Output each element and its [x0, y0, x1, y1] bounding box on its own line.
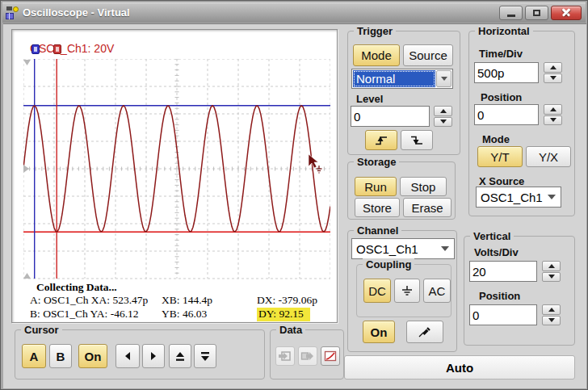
waveform-svg [23, 59, 330, 279]
triangle-down-icon [550, 76, 556, 80]
trigger-mode-selected: Normal [353, 70, 435, 87]
xsource-dropdown[interactable]: OSC1_Ch1 [476, 187, 561, 208]
spin-down-button[interactable] [542, 272, 561, 283]
probe-icon [417, 325, 433, 338]
trigger-source-button[interactable]: Source [403, 44, 453, 66]
v-position-input[interactable] [469, 304, 537, 325]
storage-group-title: Storage [354, 156, 399, 168]
probe-button[interactable] [406, 321, 443, 343]
triangle-up-icon [440, 109, 447, 113]
cursor-group-title: Cursor [21, 324, 62, 336]
trigger-level-label: Level [356, 93, 383, 105]
voltsdiv-spinner [542, 261, 561, 282]
storage-run-button[interactable]: Run [355, 177, 397, 196]
spin-up-button[interactable] [542, 261, 561, 271]
arrow-left-icon [124, 351, 132, 361]
cursor-left-button[interactable] [116, 344, 140, 368]
voltsdiv-input[interactable] [469, 261, 537, 282]
trace-label: OSC1_Ch1: 20V [30, 42, 114, 55]
cursor-group: Cursor A B On [15, 329, 265, 380]
app-icon [6, 6, 20, 19]
trigger-group-title: Trigger [354, 25, 396, 37]
marker-bottom [23, 273, 31, 279]
readout-row-a: A: OSC1_Ch XA: 523.47p XB: 144.4p DX: -3… [12, 294, 337, 307]
spin-down-button[interactable] [544, 73, 562, 84]
cursor-a-button[interactable]: A [22, 344, 46, 368]
triangle-up-icon [550, 107, 556, 111]
cursor-on-button[interactable]: On [78, 344, 107, 368]
chevron-down-icon [441, 77, 447, 81]
spin-up-button[interactable] [434, 106, 452, 116]
mode-yx-button[interactable]: Y/X [526, 146, 571, 167]
storage-group: Storage Run Stop Store Erase [347, 161, 456, 220]
spin-down-button[interactable] [544, 115, 562, 126]
title-bar[interactable]: Oscilloscope - Virtual [2, 2, 586, 23]
storage-erase-button[interactable]: Erase [403, 198, 452, 217]
cursor-right-button[interactable] [142, 344, 165, 368]
horizontal-group-title: Horizontal [475, 25, 533, 37]
cursor-b-button[interactable]: B [49, 344, 72, 368]
waveform-plot[interactable] [23, 59, 330, 279]
channel-on-button[interactable]: On [363, 321, 395, 343]
cursor-top-button[interactable] [169, 344, 191, 368]
coupling-dc-button[interactable]: DC [363, 279, 391, 303]
coupling-ac-button[interactable]: AC [423, 279, 451, 303]
acquisition-status: Collecting Data... [36, 281, 117, 294]
eject-up-icon [174, 351, 186, 362]
channel-selected-value: OSC1_Ch1 [356, 242, 418, 256]
xsource-label: X Source [479, 175, 524, 187]
trigger-rising-edge-button[interactable] [365, 130, 397, 150]
v-position-spinner [542, 304, 561, 325]
close-button[interactable] [551, 6, 582, 20]
chevron-down-icon [548, 195, 556, 199]
xsource-selected-value: OSC1_Ch1 [481, 191, 543, 204]
trigger-level-spinner [434, 106, 452, 127]
triangle-up-icon [550, 65, 556, 69]
data-graph-button[interactable] [321, 346, 340, 366]
cursor-bottom-button[interactable] [194, 344, 216, 368]
spin-up-button[interactable] [544, 104, 562, 115]
data-import-button[interactable] [275, 346, 295, 366]
triangle-down-icon [548, 275, 555, 279]
v-position-label: Position [479, 290, 520, 302]
arrow-right-icon [149, 351, 158, 361]
triangle-up-icon [548, 308, 555, 312]
storage-store-button[interactable]: Store [355, 198, 400, 217]
restore-icon [533, 10, 540, 16]
restore-button[interactable] [525, 6, 548, 20]
timediv-label: Time/Div [479, 48, 523, 60]
channel-group: Channel OSC1_Ch1 Coupling DC AC [347, 230, 457, 352]
window-title: Oscilloscope - Virtual [23, 6, 130, 19]
coupling-ground-button[interactable] [394, 279, 420, 303]
storage-stop-button[interactable]: Stop [400, 177, 447, 196]
data-export-button[interactable] [298, 346, 317, 366]
spin-up-button[interactable] [544, 62, 562, 73]
minimize-icon [507, 15, 515, 17]
h-mode-label: Mode [482, 133, 510, 145]
triangle-down-icon [440, 120, 447, 124]
channel-select-dropdown[interactable]: OSC1_Ch1 [351, 238, 455, 259]
voltsdiv-label: Volts/Div [474, 246, 519, 258]
trigger-mode-button[interactable]: Mode [353, 44, 400, 66]
mouse-pointer-icon [309, 154, 322, 173]
h-position-label: Position [481, 91, 522, 103]
dialog-client-area: OSC1_Ch1: 20V Collecting Data... A: OSC1… [3, 23, 586, 388]
spin-down-button[interactable] [542, 316, 561, 326]
timediv-input[interactable] [474, 62, 539, 83]
spin-down-button[interactable] [434, 117, 452, 128]
trigger-falling-edge-button[interactable] [401, 130, 433, 150]
h-position-input[interactable] [474, 104, 539, 125]
auto-button[interactable]: Auto [344, 355, 575, 380]
spin-up-button[interactable] [542, 304, 561, 315]
readout-xb: XB: 144.4p [162, 294, 212, 307]
cursor-a-handle[interactable] [32, 44, 40, 54]
mode-yt-button[interactable]: Y/T [477, 146, 523, 167]
triangle-up-icon [548, 264, 555, 268]
trigger-mode-dropdown[interactable]: Normal [351, 69, 453, 89]
import-icon [278, 350, 292, 363]
readout-dy-highlighted: DY: 92.15 [257, 308, 310, 321]
trigger-level-input[interactable] [351, 106, 430, 127]
cursor-b-handle[interactable] [53, 44, 61, 54]
minimize-button[interactable] [499, 6, 523, 20]
dropdown-arrow-button[interactable] [436, 70, 452, 87]
